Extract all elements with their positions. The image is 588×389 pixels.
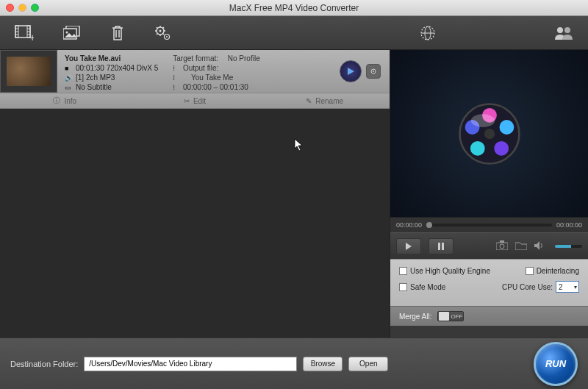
- svg-text:+: +: [29, 32, 34, 41]
- timeline[interactable]: 00:00:00 00:00:00: [390, 218, 588, 232]
- window-title: MacX Free MP4 Video Converter: [0, 3, 588, 13]
- film-reel-icon: [456, 101, 523, 167]
- trash-icon: [110, 25, 125, 41]
- titlebar: MacX Free MP4 Video Converter: [0, 0, 588, 16]
- audio-info: [1] 2ch MP3: [76, 74, 115, 82]
- timeline-track[interactable]: [426, 224, 552, 226]
- gears-icon: [154, 25, 172, 41]
- preview-panel: 00:00:00 00:00:00 Use High Quality Engin…: [390, 50, 588, 338]
- file-info: You Take Me.avi ■00:01:30 720x404 DivX 5…: [57, 50, 340, 93]
- svg-point-31: [470, 114, 494, 127]
- target-format-label: Target format:: [173, 54, 218, 63]
- output-file-label: Output file:: [183, 64, 218, 72]
- playback-controls: [390, 232, 588, 259]
- preview-area: [390, 50, 588, 218]
- options-panel: Use High Quality Engine Deinterlacing Sa…: [390, 259, 588, 306]
- camera-icon: [496, 240, 508, 250]
- toolbar: +: [0, 16, 588, 50]
- file-name: You Take Me.avi: [65, 54, 158, 63]
- time-start: 00:00:00: [396, 221, 422, 229]
- action-bar: ⓘInfo ✂Edit ✎Rename: [0, 93, 390, 109]
- images-icon: [63, 26, 81, 40]
- file-list-panel: You Take Me.avi ■00:01:30 720x404 DivX 5…: [0, 50, 390, 338]
- bottom-bar: Destination Folder: Browse Open RUN: [0, 338, 588, 389]
- snapshot-button[interactable]: [496, 240, 508, 253]
- folder-icon: [515, 240, 527, 250]
- merge-row: Merge All: OFF: [390, 306, 588, 326]
- folder-button[interactable]: [515, 240, 527, 253]
- delete-button[interactable]: [110, 25, 125, 41]
- svg-point-25: [484, 128, 494, 138]
- globe-icon: [419, 24, 437, 42]
- pause-button[interactable]: [429, 238, 453, 254]
- svg-point-28: [494, 140, 509, 155]
- run-button[interactable]: RUN: [534, 342, 578, 386]
- info-icon: ⓘ: [53, 96, 60, 106]
- volume-icon: [534, 240, 545, 253]
- merge-label: Merge All:: [399, 313, 431, 321]
- svg-point-29: [470, 140, 484, 155]
- deinterlacing-checkbox[interactable]: Deinterlacing: [526, 267, 579, 275]
- time-range: 00:00:00 – 00:01:30: [183, 83, 248, 91]
- subtitle-icon: ▭: [65, 84, 72, 91]
- svg-rect-33: [442, 243, 444, 250]
- cpu-core-select[interactable]: 2: [556, 281, 579, 293]
- item-settings-button[interactable]: [366, 64, 381, 79]
- svg-point-12: [66, 31, 68, 33]
- destination-label: Destination Folder:: [10, 360, 78, 368]
- svg-point-14: [159, 29, 162, 32]
- play-icon: [346, 67, 355, 76]
- rename-button[interactable]: ✎Rename: [259, 97, 390, 105]
- svg-rect-32: [438, 243, 440, 250]
- hq-engine-checkbox[interactable]: Use High Quality Engine: [399, 267, 490, 275]
- cursor-icon: [294, 138, 304, 154]
- gear-icon: [369, 67, 378, 76]
- preview-play-button[interactable]: [340, 60, 362, 82]
- file-row[interactable]: You Take Me.avi ■00:01:30 720x404 DivX 5…: [0, 50, 390, 93]
- people-icon: [554, 26, 573, 40]
- speaker-icon: [534, 241, 545, 250]
- audio-icon: 🔊: [65, 74, 72, 82]
- settings-button[interactable]: [154, 25, 172, 41]
- svg-point-20: [557, 27, 563, 33]
- edit-button[interactable]: ✂Edit: [130, 97, 260, 105]
- web-button[interactable]: [419, 24, 437, 42]
- target-format: No Profile: [228, 54, 260, 63]
- subtitle-info: No Subtitle: [76, 83, 112, 91]
- add-video-button[interactable]: +: [15, 25, 34, 41]
- video-info: 00:01:30 720x404 DivX 5: [76, 64, 158, 72]
- volume-slider[interactable]: [555, 245, 583, 248]
- svg-point-27: [499, 120, 514, 135]
- people-button[interactable]: [554, 26, 573, 40]
- svg-point-16: [166, 36, 168, 38]
- merge-toggle[interactable]: OFF: [437, 311, 464, 321]
- output-file: You Take Me: [191, 74, 233, 82]
- time-end: 00:00:00: [556, 221, 582, 229]
- svg-point-21: [564, 27, 570, 33]
- svg-point-36: [500, 244, 504, 249]
- destination-input[interactable]: [84, 357, 297, 371]
- play-icon: [405, 243, 412, 250]
- browse-button[interactable]: Browse: [303, 357, 343, 371]
- safe-mode-checkbox[interactable]: Safe Mode: [399, 281, 445, 293]
- film-plus-icon: +: [15, 25, 34, 41]
- open-button[interactable]: Open: [348, 357, 388, 371]
- rename-icon: ✎: [306, 97, 312, 105]
- svg-rect-35: [500, 240, 504, 243]
- svg-point-23: [373, 71, 374, 72]
- add-image-button[interactable]: [63, 26, 81, 40]
- cpu-core-label: CPU Core Use:: [502, 283, 553, 291]
- thumbnail: [0, 50, 57, 93]
- empty-area: [0, 109, 390, 338]
- info-button[interactable]: ⓘInfo: [0, 96, 130, 106]
- play-button[interactable]: [396, 238, 421, 254]
- video-icon: ■: [65, 65, 72, 72]
- pause-icon: [437, 243, 445, 250]
- scissors-icon: ✂: [184, 97, 190, 105]
